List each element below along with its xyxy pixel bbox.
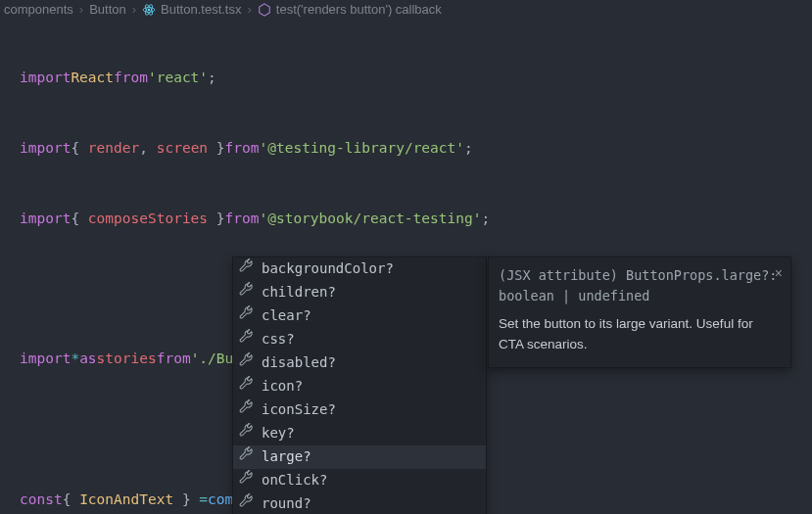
autocomplete-item[interactable]: css?: [233, 328, 486, 351]
autocomplete-popup[interactable]: backgroundColor?children?clear?css?disab…: [232, 257, 487, 514]
code-line: import React from 'react';: [20, 67, 810, 90]
wrench-icon: [239, 492, 254, 514]
breadcrumb-item[interactable]: Button: [89, 0, 126, 21]
breadcrumb: components › Button › Button.test.tsx › …: [0, 0, 812, 20]
wrench-icon: [239, 328, 254, 350]
autocomplete-item[interactable]: iconSize?: [233, 398, 486, 422]
autocomplete-item[interactable]: backgroundColor?: [233, 257, 486, 281]
autocomplete-item[interactable]: onClick?: [233, 469, 486, 492]
autocomplete-item[interactable]: key?: [233, 422, 486, 445]
autocomplete-item-label: onClick?: [262, 469, 327, 491]
code-line: import { render, screen } from '@testing…: [20, 137, 810, 161]
doc-signature: (JSX attribute) ButtonProps.large?: bool…: [499, 265, 781, 306]
symbol-method-icon: [258, 3, 271, 17]
close-icon[interactable]: ×: [775, 263, 783, 285]
documentation-tooltip: × (JSX attribute) ButtonProps.large?: bo…: [488, 257, 791, 368]
autocomplete-item-label: round?: [262, 492, 311, 514]
autocomplete-item-label: disabled?: [262, 351, 336, 374]
wrench-icon: [239, 422, 254, 444]
autocomplete-item-label: children?: [262, 281, 336, 304]
chevron-right-icon: ›: [132, 0, 136, 21]
autocomplete-item-label: large?: [262, 445, 311, 468]
wrench-icon: [239, 281, 254, 304]
wrench-icon: [239, 469, 254, 491]
autocomplete-item-label: backgroundColor?: [262, 257, 394, 280]
doc-description: Set the button to its large variant. Use…: [499, 314, 781, 355]
wrench-icon: [239, 445, 254, 468]
breadcrumb-item[interactable]: Button.test.tsx: [142, 0, 241, 21]
chevron-right-icon: ›: [79, 0, 83, 21]
autocomplete-item-label: css?: [262, 328, 295, 350]
wrench-icon: [239, 257, 254, 280]
autocomplete-item-label: key?: [262, 422, 295, 444]
wrench-icon: [239, 398, 254, 421]
autocomplete-item-label: clear?: [262, 304, 311, 327]
autocomplete-item[interactable]: icon?: [233, 375, 486, 398]
breadcrumb-item[interactable]: test('renders button') callback: [258, 0, 442, 21]
autocomplete-item[interactable]: large?: [233, 445, 486, 469]
wrench-icon: [239, 351, 254, 374]
autocomplete-item-label: icon?: [262, 375, 303, 397]
autocomplete-item[interactable]: round?: [233, 492, 486, 514]
autocomplete-item[interactable]: clear?: [233, 304, 486, 328]
breadcrumb-item[interactable]: components: [4, 0, 73, 21]
react-file-icon: [142, 3, 156, 17]
autocomplete-item[interactable]: disabled?: [233, 351, 486, 375]
autocomplete-item-label: iconSize?: [262, 398, 336, 421]
wrench-icon: [239, 304, 254, 327]
chevron-right-icon: ›: [247, 0, 251, 21]
code-line: import { composeStories } from '@storybo…: [20, 208, 810, 231]
autocomplete-item[interactable]: children?: [233, 281, 486, 304]
svg-point-0: [148, 9, 151, 12]
wrench-icon: [239, 375, 254, 397]
